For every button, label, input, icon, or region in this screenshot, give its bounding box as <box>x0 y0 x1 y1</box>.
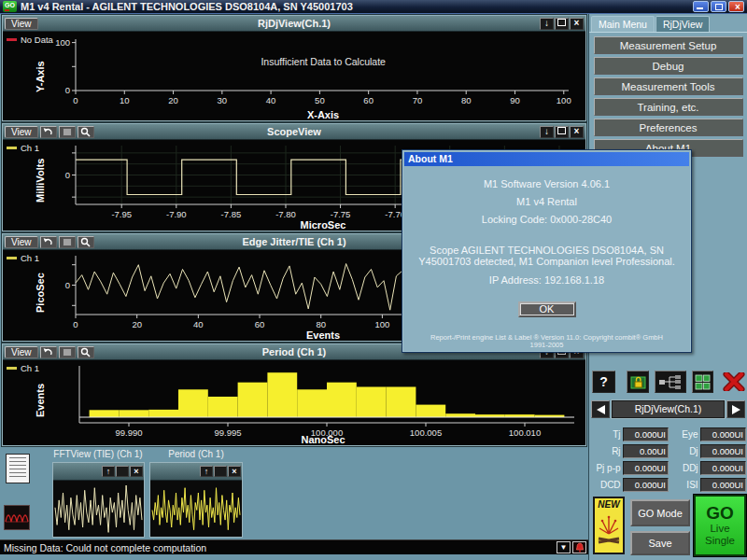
close-icon[interactable]: × <box>130 466 143 477</box>
tab-rjdjview[interactable]: RjDjView <box>655 16 710 32</box>
go-button-label: GO <box>706 504 734 523</box>
dock-down-button[interactable]: ↓ <box>540 18 554 30</box>
go-mode-button[interactable]: GO Mode <box>630 499 690 526</box>
menu-item-measurement-setup[interactable]: Measurement Setup <box>594 36 743 54</box>
style-button[interactable] <box>59 346 76 358</box>
view-button[interactable]: View <box>5 346 38 358</box>
zoom-button[interactable] <box>78 346 94 358</box>
close-icon[interactable]: × <box>570 18 584 30</box>
style-button[interactable] <box>59 126 76 138</box>
svg-text:40: 40 <box>266 95 276 105</box>
node-tree-icon <box>658 374 683 390</box>
view-button[interactable]: View <box>5 18 38 30</box>
measurement-label: DCD <box>591 480 621 490</box>
thumbnail-window-fftview[interactable]: ↑ × <box>52 462 145 538</box>
ok-button[interactable]: OK <box>518 301 576 317</box>
desktop: GO M1 v4 Rental - AGILENT TECHNOLOGIES D… <box>0 0 747 560</box>
lock-button[interactable] <box>627 371 649 393</box>
square-icon <box>63 348 72 357</box>
menu-item-training[interactable]: Training, etc. <box>594 98 743 116</box>
undo-icon-button[interactable] <box>40 346 57 358</box>
document-icon[interactable] <box>6 454 30 483</box>
thumbnail-title: FFTView (TIE) (Ch 1) <box>49 449 148 459</box>
go-single-label: Single <box>705 535 735 547</box>
maximize-button[interactable] <box>555 126 569 138</box>
svg-text:-7.80: -7.80 <box>275 209 296 219</box>
topology-button[interactable] <box>655 371 686 393</box>
view-selector[interactable]: RjDjView(Ch.1) <box>612 400 725 418</box>
svg-text:10: 10 <box>120 95 130 105</box>
prev-view-button[interactable] <box>591 400 610 418</box>
zoom-button[interactable] <box>78 126 94 138</box>
minimize-button[interactable] <box>693 1 709 12</box>
grid-view-button[interactable] <box>692 371 713 393</box>
undo-icon-button[interactable] <box>40 236 57 248</box>
svg-text:0: 0 <box>65 280 70 290</box>
measurement-label: Pj p-p <box>591 463 621 473</box>
magnifier-icon <box>80 237 91 247</box>
measurement-label: Eye <box>670 429 698 440</box>
tool-icon-row: ? <box>589 371 747 395</box>
measurement-row: Pj p-p 0.000UI DDj 0.000UI <box>591 461 746 475</box>
close-icon[interactable]: × <box>570 126 584 138</box>
new-button-label: NEW <box>598 499 619 510</box>
measurement-row: DCD 0.000UI ISI 0.000UI <box>591 478 746 492</box>
red-x-icon <box>723 372 745 391</box>
maximize-button[interactable] <box>555 18 569 30</box>
document-lines-icon <box>9 457 26 480</box>
maximize-icon <box>557 127 566 134</box>
measurement-row: Tj 0.000UI Eye 0.000UI <box>591 427 746 441</box>
scope-detected-text: Scope AGILENT TECHNOLOGIES DSO8104A, SN … <box>411 245 684 267</box>
svg-text:0: 0 <box>65 170 70 180</box>
zoom-button[interactable] <box>78 236 94 248</box>
next-view-button[interactable] <box>726 400 745 418</box>
measurement-grid: Tj 0.000UI Eye 0.000UI Rj 0.00UI Dj 0.00… <box>591 425 746 492</box>
svg-text:100: 100 <box>55 37 70 48</box>
maximize-button[interactable] <box>214 466 227 477</box>
restore-button[interactable] <box>711 1 726 12</box>
go-button[interactable]: GO Live Single <box>694 495 746 556</box>
dock-down-button[interactable]: ↓ <box>540 126 554 138</box>
undo-icon-button[interactable] <box>40 126 57 138</box>
square-icon <box>63 238 72 246</box>
thumbnail-window-period[interactable]: ↑ × <box>149 462 243 538</box>
lock-icon <box>630 374 646 390</box>
scroll-down-button[interactable]: ▼ <box>557 541 571 553</box>
maximize-button[interactable] <box>116 466 129 477</box>
svg-text:20: 20 <box>132 319 142 329</box>
svg-text:100: 100 <box>374 319 389 329</box>
plot-canvas: 01020304050607080901001000 <box>3 32 585 120</box>
svg-text:60: 60 <box>255 319 265 329</box>
waveform-icon[interactable] <box>4 505 30 530</box>
chart-window-rjdjview: View RjDjView(Ch.1) ↓ × No Data Y-Axis 0… <box>2 15 586 121</box>
close-icon[interactable]: × <box>228 466 241 477</box>
restore-up-button[interactable]: ↑ <box>102 466 115 477</box>
save-button[interactable]: Save <box>630 531 690 555</box>
tab-main-menu[interactable]: Main Menu <box>591 16 655 32</box>
style-button[interactable] <box>59 236 76 248</box>
svg-text:0: 0 <box>73 95 78 105</box>
menu-item-measurement-tools[interactable]: Measurement Tools <box>594 77 743 95</box>
help-button[interactable]: ? <box>592 371 615 393</box>
x-axis-label: NanoSec <box>76 434 571 445</box>
product-line: M1 v4 Rental <box>402 196 691 207</box>
restore-up-button[interactable]: ↑ <box>200 466 213 477</box>
menu-item-preferences[interactable]: Preferences <box>594 119 743 136</box>
view-button[interactable]: View <box>5 236 38 248</box>
new-button[interactable]: NEW <box>593 497 625 554</box>
menu-item-debug[interactable]: Debug <box>594 57 743 75</box>
thumbnail-title: Period (Ch 1) <box>148 449 245 459</box>
close-button[interactable]: × <box>728 1 744 12</box>
undo-icon <box>43 347 53 357</box>
chart-title: RjDjView(Ch.1) <box>3 18 585 29</box>
view-button[interactable]: View <box>5 126 38 138</box>
svg-text:70: 70 <box>413 95 423 105</box>
window-titlebar: GO M1 v4 Rental - AGILENT TECHNOLOGIES D… <box>0 0 747 14</box>
svg-text:-7.95: -7.95 <box>111 209 132 219</box>
window-title: M1 v4 Rental - AGILENT TECHNOLOGIES DSO8… <box>21 1 689 12</box>
chart-titlebar: View RjDjView(Ch.1) ↓ × <box>3 16 585 32</box>
alarm-bell-button[interactable] <box>572 541 586 553</box>
svg-text:40: 40 <box>193 319 204 329</box>
svg-text:100: 100 <box>557 95 571 105</box>
close-x-button[interactable] <box>722 371 746 393</box>
